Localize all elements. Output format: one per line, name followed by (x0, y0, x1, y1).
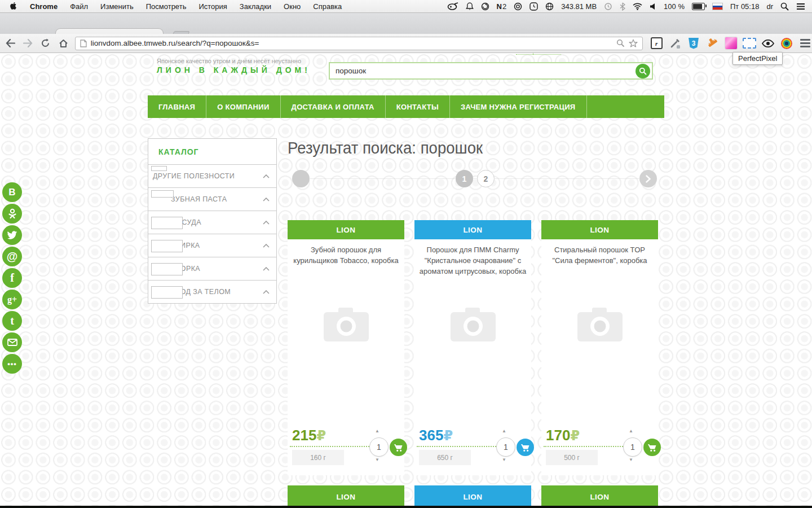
add-to-cart-button[interactable] (643, 439, 661, 456)
css3-icon[interactable]: 3 (687, 37, 700, 50)
sidebar-item-dishes[interactable]: ПОСУДА (148, 211, 277, 234)
sidebar-item-toothpaste[interactable]: ЗУБНАЯ ПАСТА (148, 187, 277, 211)
menubar-menu-edit[interactable]: Изменить (100, 2, 134, 11)
menubar-menu-history[interactable]: История (198, 2, 227, 11)
battery-icon[interactable] (692, 3, 705, 10)
qty-decrease-button[interactable]: ▼ (375, 458, 379, 462)
thumb-placeholder (151, 166, 167, 171)
pagination-prev-button[interactable] (292, 170, 310, 187)
spotlight-icon[interactable] (780, 1, 789, 11)
sidebar-item-cleaning[interactable]: УБОРКА (148, 257, 277, 281)
eyedropper-icon[interactable] (668, 37, 682, 50)
menubar-menu-view[interactable]: Посмотреть (146, 2, 187, 11)
facebook-icon[interactable]: f (2, 268, 22, 288)
perfectpixel-icon[interactable] (724, 37, 738, 50)
menubar-app-name[interactable]: Chrome (30, 2, 58, 11)
vk-icon[interactable]: В (2, 182, 22, 202)
nav-delivery[interactable]: ДОСТАВКА И ОПЛАТА (281, 95, 386, 118)
product-brand-link[interactable]: LION (414, 220, 531, 239)
globe-icon[interactable] (545, 1, 554, 11)
search-input[interactable] (330, 67, 636, 75)
odnoklassniki-icon[interactable] (2, 204, 22, 224)
nav-registration[interactable]: ЗАЧЕМ НУЖНА РЕГИСТРАЦИЯ (450, 95, 586, 118)
bell-icon[interactable] (466, 1, 474, 11)
qty-increase-button[interactable]: ▲ (375, 429, 379, 433)
back-button[interactable] (3, 36, 17, 51)
catalog-title[interactable]: КАТАЛОГ (148, 138, 277, 165)
reload-button[interactable] (38, 36, 52, 51)
menubar-clock[interactable]: Пт 05:18 (730, 2, 759, 11)
sidebar-item-bodycare[interactable]: УХОД ЗА ТЕЛОМ (148, 280, 277, 304)
forward-button[interactable] (21, 36, 35, 51)
chrome-menu-button[interactable] (798, 37, 812, 50)
qty-decrease-button[interactable]: ▼ (629, 458, 633, 462)
cart-icon (394, 443, 403, 452)
nav-about[interactable]: О КОМПАНИИ (206, 95, 280, 118)
app-logo-icon[interactable] (447, 1, 458, 11)
email-icon[interactable] (2, 332, 22, 352)
more-icon[interactable]: ••• (2, 354, 22, 374)
clock-app-icon[interactable] (529, 1, 538, 11)
menubar-user[interactable]: dr (766, 2, 773, 11)
bookmark-star-icon[interactable] (629, 39, 638, 47)
sidebar-item-other[interactable]: ДРУГИЕ ПОЛЕЗНОСТИ (148, 164, 277, 188)
product-title-link[interactable]: Стиральный порошок TOP "Сила ферментов",… (545, 245, 655, 266)
product-brand-link[interactable]: LION (541, 220, 658, 239)
pagination-page-1[interactable]: 1 (456, 170, 473, 187)
chevron-up-icon (263, 242, 270, 249)
nav-contacts[interactable]: КОНТАКТЫ (386, 95, 450, 118)
menubar-menu-help[interactable]: Справка (313, 2, 342, 11)
mailru-icon[interactable]: @ (2, 247, 22, 266)
menubar-menu-bookmarks[interactable]: Закладки (240, 2, 271, 11)
add-to-cart-button[interactable] (517, 439, 534, 456)
search-button[interactable] (636, 64, 650, 78)
notification-center-icon[interactable] (796, 1, 805, 11)
battery-percent[interactable]: 100 % (664, 2, 685, 11)
product-title-link[interactable]: Порошок для ПММ Charmy "Кристальное очар… (418, 245, 528, 277)
pagination-page-2[interactable]: 2 (477, 170, 495, 187)
main-nav: ГЛАВНАЯ О КОМПАНИИ ДОСТАВКА И ОПЛАТА КОН… (148, 95, 664, 118)
menubar-menu-file[interactable]: Файл (70, 2, 88, 11)
product-title-link[interactable]: Зубной порошок для курильщиков Tobacco, … (291, 245, 401, 266)
product-brand-link[interactable]: LION (414, 485, 531, 508)
product-brand-link[interactable]: LION (288, 220, 404, 239)
swirl-icon[interactable] (481, 1, 489, 11)
home-button[interactable] (56, 36, 70, 51)
chevron-up-icon (263, 288, 270, 296)
googleplus-icon[interactable]: g+ (2, 290, 22, 309)
wifi-icon[interactable] (633, 1, 642, 11)
measure-icon[interactable] (705, 37, 719, 50)
twitter-icon[interactable] (2, 225, 22, 245)
apple-icon[interactable] (10, 1, 17, 11)
quantity-stepper[interactable]: 1 (623, 437, 642, 457)
quantity-stepper[interactable]: 1 (496, 437, 515, 457)
time-machine-icon[interactable] (604, 1, 612, 11)
tumblr-icon[interactable]: t (2, 311, 22, 331)
page-ruler-icon[interactable]: r (650, 37, 663, 50)
qty-increase-button[interactable]: ▲ (629, 429, 633, 433)
extensions-row: r 3 (650, 37, 812, 50)
product-weight: 650 г (419, 450, 471, 465)
add-to-cart-button[interactable] (390, 439, 407, 456)
capture-icon[interactable] (743, 37, 756, 50)
product-brand-link[interactable]: LION (288, 485, 404, 508)
sidebar-item-laundry[interactable]: СТИРКА (148, 234, 277, 257)
eye-icon[interactable] (761, 37, 775, 50)
nav-home[interactable]: ГЛАВНАЯ (148, 95, 206, 118)
flag-ru-icon[interactable] (712, 3, 723, 10)
omnibox[interactable]: lionvdom.albee.tmweb.ru/search/?q=порошо… (75, 37, 643, 50)
qty-decrease-button[interactable]: ▼ (502, 458, 506, 462)
n-badge-icon[interactable]: N 2 (497, 1, 507, 11)
pagination-next-button[interactable] (639, 170, 657, 187)
bluetooth-icon[interactable] (620, 1, 625, 11)
product-brand-link[interactable]: LION (541, 485, 658, 508)
adobe-cc-icon[interactable] (514, 1, 522, 11)
colorwheel-icon[interactable] (780, 37, 793, 50)
menubar-menu-window[interactable]: Окно (284, 2, 301, 11)
price-dotted-line (290, 446, 371, 447)
memory-indicator[interactable]: 343.81 MB (561, 2, 597, 11)
qty-increase-button[interactable]: ▲ (502, 429, 506, 433)
volume-icon[interactable] (650, 1, 656, 11)
zoom-page-icon[interactable] (616, 39, 625, 47)
quantity-stepper[interactable]: 1 (369, 437, 389, 457)
